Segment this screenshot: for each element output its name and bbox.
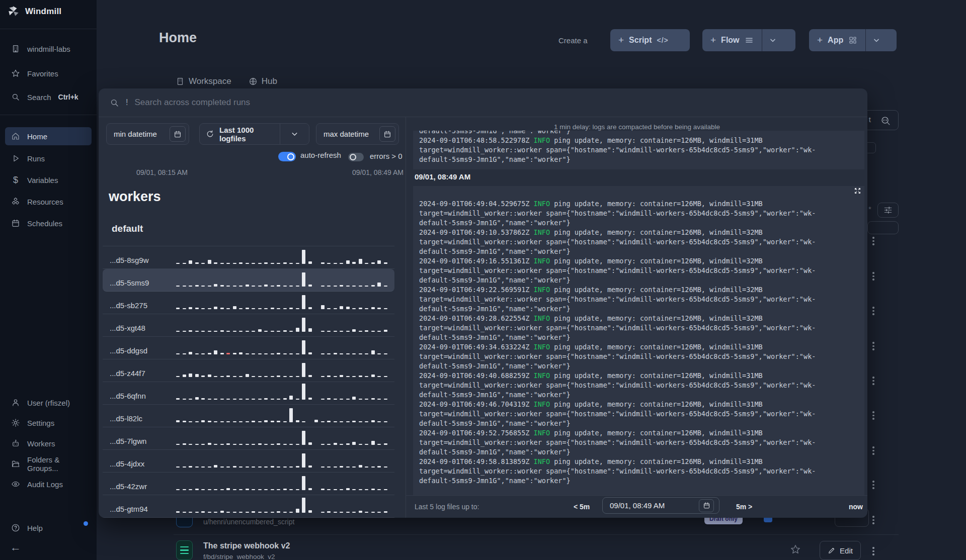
log-line: default-5sms9-Jmn1G","name":"worker"} xyxy=(419,390,858,400)
log-block-current[interactable]: 2024-09-01T06:49:04.529675Z INFO ping up… xyxy=(413,186,864,495)
kebab-menu-icon[interactable] xyxy=(871,446,876,455)
sidebar-item-favorites[interactable]: Favorites xyxy=(5,64,92,82)
edit-button[interactable]: Edit xyxy=(820,541,861,560)
worker-row[interactable]: ...d5-8sg9w xyxy=(103,246,394,269)
worker-row[interactable]: ...d5-6qfnn xyxy=(103,382,394,405)
calendar-icon[interactable] xyxy=(170,126,186,142)
worker-row[interactable]: ...d5-4jdxx xyxy=(103,450,394,473)
collapse-sidebar-icon[interactable]: ← xyxy=(10,541,21,554)
spark-bar xyxy=(321,466,325,468)
runs-search-input[interactable] xyxy=(134,98,587,108)
sidebar-item-label: Runs xyxy=(27,154,45,163)
log-datetime-input[interactable]: 09/01, 08:49 AM xyxy=(602,497,719,514)
tab-workspace[interactable]: Workspace xyxy=(176,76,231,86)
spark-bar xyxy=(183,489,186,490)
sidebar-item-settings[interactable]: Settings xyxy=(5,414,92,432)
kebab-menu-icon[interactable] xyxy=(871,272,876,281)
worker-row[interactable]: ...d5-z44f7 xyxy=(103,359,394,382)
spark-bar xyxy=(321,305,325,309)
kebab-menu-icon[interactable] xyxy=(871,547,876,555)
create-app-button[interactable]: + App xyxy=(809,29,897,51)
kebab-menu-icon[interactable] xyxy=(871,516,876,524)
spark-bar xyxy=(327,331,331,332)
spark-bar xyxy=(252,331,255,332)
range-start-time: 09/01, 08:15 AM xyxy=(136,168,188,176)
worker-row[interactable]: ...d5-ddgsd xyxy=(103,337,394,359)
kebab-menu-icon[interactable] xyxy=(871,307,876,315)
sidebar-item-variables[interactable]: $ Variables xyxy=(5,171,92,189)
create-flow-button[interactable]: + Flow xyxy=(702,29,795,51)
sidebar-item-resources[interactable]: Resources xyxy=(5,193,92,211)
now-button[interactable]: now xyxy=(849,503,863,511)
spark-bar xyxy=(258,353,262,354)
spark-bar xyxy=(321,331,325,332)
sidebar-item-runs[interactable]: Runs xyxy=(5,149,92,167)
log-lines: 2024-09-01T06:48:58.522978Z INFO ping up… xyxy=(419,136,858,164)
worker-row[interactable]: ...d5-7lgwn xyxy=(103,427,394,450)
logfiles-select[interactable]: Last 1000 logfiles xyxy=(199,123,309,145)
spark-bar xyxy=(283,353,287,354)
sidebar-item-search[interactable]: Search Ctrl+k xyxy=(5,88,92,106)
spark-bar xyxy=(201,466,205,468)
spark-bar xyxy=(271,353,274,354)
auto-refresh-toggle[interactable] xyxy=(278,152,296,161)
forward-5m-button[interactable]: 5m > xyxy=(736,503,752,511)
logfiles-chevron[interactable] xyxy=(280,124,309,144)
create-script-button[interactable]: + Script </> xyxy=(610,29,690,51)
sidebar-item-schedules[interactable]: Schedules xyxy=(5,214,92,232)
max-datetime-input[interactable]: max datetime xyxy=(316,123,399,145)
flow-dropdown-chevron[interactable] xyxy=(762,29,783,51)
sidebar-item-home[interactable]: Home xyxy=(5,127,92,145)
sidebar-item-workers[interactable]: Workers xyxy=(5,434,92,452)
log-datetime-value: 09/01, 08:49 AM xyxy=(610,501,665,510)
log-level: INFO xyxy=(534,257,550,265)
worker-row[interactable]: ...d5-xgt48 xyxy=(103,314,394,337)
kebab-menu-icon[interactable] xyxy=(871,481,876,489)
back-5m-button[interactable]: < 5m xyxy=(574,503,590,511)
sidebar-item-folders[interactable]: Folders & Groups... xyxy=(5,455,92,473)
app-dropdown-chevron[interactable] xyxy=(865,29,887,51)
worker-row[interactable]: ...d5-sb275 xyxy=(103,292,394,314)
spark-bar xyxy=(352,376,356,377)
errors-toggle[interactable] xyxy=(348,153,364,161)
spark-bar xyxy=(176,263,180,264)
sidebar-item-audit-logs[interactable]: Audit Logs xyxy=(5,475,92,493)
kebab-menu-icon[interactable] xyxy=(871,342,876,350)
spark-bar xyxy=(220,399,224,400)
sidebar-item-user[interactable]: User (rfiszel) xyxy=(5,394,92,412)
spark-bar xyxy=(264,285,268,287)
spark-bar xyxy=(208,331,211,332)
spark-bar xyxy=(352,421,356,422)
spark-bar xyxy=(308,398,312,400)
worker-row[interactable]: ...d5-42zwr xyxy=(103,473,394,495)
sidebar-item-workspace[interactable]: windmill-labs xyxy=(5,40,92,58)
filter-settings-button[interactable] xyxy=(877,203,899,218)
tab-hub[interactable]: Hub xyxy=(249,76,277,86)
favorite-star-icon[interactable] xyxy=(790,544,801,555)
spark-bar xyxy=(264,308,268,309)
spark-bar xyxy=(334,421,337,422)
spark-bar xyxy=(289,396,293,400)
expand-log-icon[interactable] xyxy=(854,187,861,195)
kebab-menu-icon[interactable] xyxy=(871,377,876,385)
kebab-menu-icon[interactable] xyxy=(871,237,876,245)
calendar-icon[interactable] xyxy=(379,126,395,142)
calendar-icon[interactable] xyxy=(699,499,714,512)
min-datetime-input[interactable]: min datetime xyxy=(106,123,189,145)
spark-bar xyxy=(384,286,387,287)
spark-bar xyxy=(226,421,230,422)
spark-bar xyxy=(226,466,230,468)
spark-bar xyxy=(258,286,262,287)
sidebar-item-help[interactable]: Help xyxy=(5,519,92,537)
spark-bar xyxy=(384,353,387,354)
spark-bar xyxy=(214,489,217,490)
worker-row[interactable]: ...d5-gtm94 xyxy=(103,495,394,518)
spark-bar xyxy=(264,262,268,264)
log-block-previous[interactable]: default-5sms9-Jmn1G","name":"worker"} 20… xyxy=(413,131,864,169)
spark-bar xyxy=(296,399,299,400)
spark-bar xyxy=(346,331,350,332)
spark-bar xyxy=(365,286,368,287)
worker-row[interactable]: ...d5-l82lc xyxy=(103,405,394,427)
kebab-menu-icon[interactable] xyxy=(871,411,876,420)
worker-row[interactable]: ...d5-5sms9 xyxy=(103,269,394,292)
